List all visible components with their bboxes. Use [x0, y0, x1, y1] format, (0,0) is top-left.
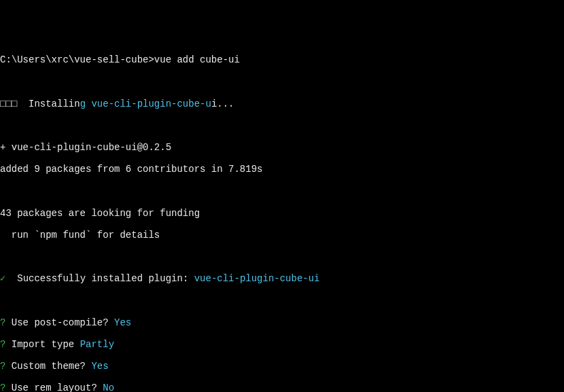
blank-line — [0, 120, 564, 131]
prompt-q3: ? Custom theme? Yes — [0, 361, 564, 372]
installing-g: g — [80, 99, 92, 109]
question-answer: Yes — [91, 361, 108, 372]
prompt-q2: ? Import type Partly — [0, 339, 564, 350]
success-plugin: vue-cli-plugin-cube-ui — [194, 273, 320, 284]
terminal-output: C:\Users\xrc\vue-sell-cube>vue add cube-… — [0, 43, 564, 392]
prompt-q1: ? Use post-compile? Yes — [0, 317, 564, 328]
success-text: Successfully installed plugin: — [5, 273, 194, 284]
command-text: vue add cube-ui — [154, 54, 240, 65]
prompt-line[interactable]: C:\Users\xrc\vue-sell-cube>vue add cube-… — [0, 54, 564, 65]
installing-prefix: □□□ Installin — [0, 99, 80, 109]
installing-plugin: vue-cli-plugin-cube-u — [91, 99, 211, 109]
funding-details-line: run `npm fund` for details — [0, 230, 564, 240]
question-text: Use rem layout? — [5, 382, 103, 392]
question-text: Import type — [5, 339, 80, 350]
blank-line — [0, 186, 564, 197]
blank-line — [0, 77, 564, 88]
package-line: + vue-cli-plugin-cube-ui@0.2.5 — [0, 142, 564, 153]
added-line: added 9 packages from 6 contributors in … — [0, 164, 564, 175]
question-text: Use post-compile? — [5, 317, 114, 328]
prompt-path: C:\Users\xrc\vue-sell-cube> — [0, 54, 154, 65]
question-text: Custom theme? — [5, 361, 91, 372]
blank-line — [0, 296, 564, 306]
funding-line: 43 packages are looking for funding — [0, 208, 564, 219]
prompt-q4: ? Use rem layout? No — [0, 382, 564, 392]
installing-suffix: i... — [211, 99, 234, 109]
installing-line: □□□ Installing vue-cli-plugin-cube-ui... — [0, 99, 564, 109]
blank-line — [0, 251, 564, 262]
success-line: ✓ Successfully installed plugin: vue-cli… — [0, 273, 564, 284]
question-answer: No — [103, 382, 114, 392]
question-answer: Yes — [114, 317, 131, 328]
question-answer: Partly — [80, 339, 114, 350]
